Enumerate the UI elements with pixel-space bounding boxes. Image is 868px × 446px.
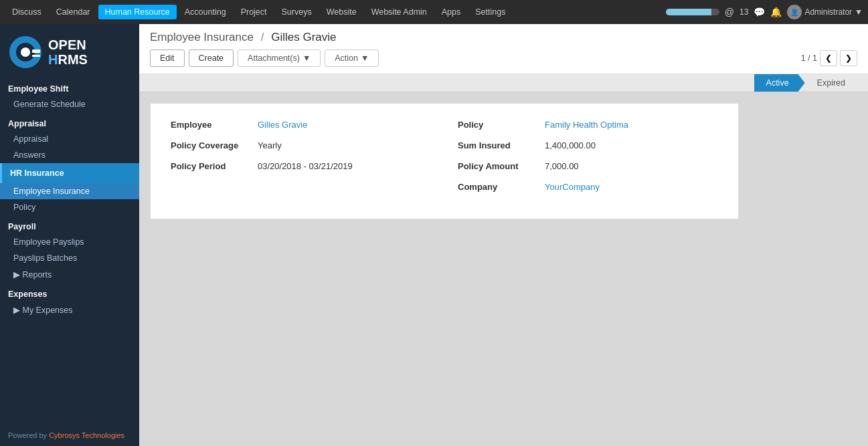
sidebar-footer: Powered by Cybrosys Technologies [0, 425, 139, 446]
attachment-dropdown-icon: ▼ [302, 53, 311, 63]
sidebar-generate-schedule[interactable]: Generate Schedule [0, 96, 139, 112]
logo-hrms: HRMS [48, 52, 88, 67]
action-dropdown-icon: ▼ [361, 53, 369, 63]
nav-accounting[interactable]: Accounting [178, 5, 233, 19]
policy-field: Policy Family Health Optima [458, 120, 718, 130]
svg-point-2 [21, 47, 30, 57]
policy-coverage-value: Yearly [258, 140, 282, 150]
sidebar-policy[interactable]: Policy [0, 199, 139, 215]
status-tabs: Active Expired [139, 74, 868, 92]
company-label: Company [458, 182, 545, 192]
record-fields: Employee Gilles Gravie Policy Coverage Y… [171, 120, 718, 203]
logo-text: OPEN HRMS [48, 37, 88, 67]
sidebar-expenses[interactable]: Expenses [0, 283, 139, 302]
logo-area: OPEN HRMS [0, 24, 139, 78]
prev-page-button[interactable]: ❮ [820, 50, 837, 66]
nav-project[interactable]: Project [234, 5, 274, 19]
nav-website[interactable]: Website [320, 5, 363, 19]
toolbar-buttons: Edit Create Attachment(s) ▼ Action ▼ 1 /… [150, 49, 857, 74]
sidebar-payroll[interactable]: Payroll [0, 215, 139, 234]
policy-label: Policy [458, 120, 545, 130]
admin-menu[interactable]: 👤 Administrator ▼ [787, 5, 863, 19]
bell-icon[interactable]: 🔔 [770, 7, 782, 17]
left-column: Employee Gilles Gravie Policy Coverage Y… [171, 120, 431, 203]
breadcrumb: Employee Insurance / Gilles Gravie [150, 31, 857, 44]
breadcrumb-current: Gilles Gravie [271, 31, 336, 43]
admin-label: Administrator [804, 7, 852, 17]
policy-period-label: Policy Period [171, 161, 258, 171]
sidebar-appraisal-item[interactable]: Appraisal [0, 131, 139, 147]
sidebar-reports[interactable]: ▶ Reports [0, 266, 139, 283]
nav-hr[interactable]: Human Resource [98, 5, 177, 19]
action-button[interactable]: Action ▼ [325, 49, 379, 67]
footer-link[interactable]: Cybrosys Technologies [49, 431, 124, 439]
pagination: 1 / 1 ❮ ❯ [801, 50, 857, 66]
attachment-button[interactable]: Attachment(s) ▼ [238, 49, 321, 67]
policy-value[interactable]: Family Health Optima [545, 120, 628, 130]
sidebar-employee-shift[interactable]: Employee Shift [0, 78, 139, 96]
sum-insured-field: Sum Insured 1,400,000.00 [458, 140, 718, 150]
next-page-button[interactable]: ❯ [840, 50, 857, 66]
at-icon[interactable]: @ [725, 7, 734, 17]
nav-discuss[interactable]: Discuss [5, 5, 48, 19]
toolbar-area: Employee Insurance / Gilles Gravie Edit … [139, 24, 868, 74]
policy-amount-value: 7,000.00 [545, 161, 579, 171]
sidebar-hr-insurance[interactable]: HR Insurance [0, 163, 139, 183]
chat-icon[interactable]: 💬 [754, 7, 765, 17]
status-tab-active[interactable]: Active [754, 74, 805, 92]
policy-coverage-field: Policy Coverage Yearly [171, 140, 431, 150]
nav-surveys[interactable]: Surveys [275, 5, 319, 19]
sidebar: OPEN HRMS Employee Shift Generate Schedu… [0, 24, 139, 446]
nav-website-admin[interactable]: Website Admin [365, 5, 434, 19]
employee-field: Employee Gilles Gravie [171, 120, 431, 130]
reports-expand-icon: ▶ [13, 270, 22, 280]
policy-amount-field: Policy Amount 7,000.00 [458, 161, 718, 171]
company-field: Company YourCompany [458, 182, 718, 192]
sidebar-my-expenses[interactable]: ▶ My Expenses [0, 302, 139, 318]
sidebar-employee-insurance[interactable]: Employee Insurance [0, 183, 139, 199]
sidebar-employee-payslips[interactable]: Employee Payslips [0, 234, 139, 250]
logo-icon [8, 35, 43, 70]
breadcrumb-sep: / [261, 31, 264, 43]
admin-dropdown-icon: ▼ [855, 7, 863, 17]
logo-open: OPEN [48, 37, 88, 52]
company-value[interactable]: YourCompany [545, 182, 600, 192]
sum-insured-label: Sum Insured [458, 140, 545, 150]
employee-label: Employee [171, 120, 258, 130]
nav-settings[interactable]: Settings [468, 5, 512, 19]
topnav-right: @ 13 💬 🔔 👤 Administrator ▼ [666, 5, 863, 19]
progress-fill [666, 9, 711, 15]
svg-rect-3 [32, 49, 40, 53]
right-column: Policy Family Health Optima Sum Insured … [458, 120, 718, 203]
nav-calendar[interactable]: Calendar [50, 5, 97, 19]
topnav: Discuss Calendar Human Resource Accounti… [0, 0, 868, 24]
svg-rect-4 [32, 55, 40, 57]
notif-count: 13 [740, 7, 748, 17]
policy-coverage-label: Policy Coverage [171, 140, 258, 150]
progress-bar [666, 9, 719, 15]
admin-avatar: 👤 [787, 5, 802, 19]
policy-period-value: 03/20/2018 - 03/21/2019 [258, 161, 353, 171]
sidebar-appraisal[interactable]: Appraisal [0, 112, 139, 131]
pagination-text: 1 / 1 [801, 53, 817, 63]
status-tab-expired[interactable]: Expired [805, 74, 857, 92]
record-card: Employee Gilles Gravie Policy Coverage Y… [150, 103, 739, 219]
employee-value[interactable]: Gilles Gravie [258, 120, 307, 130]
edit-button[interactable]: Edit [150, 49, 185, 67]
breadcrumb-parent[interactable]: Employee Insurance [150, 31, 254, 43]
main-content: Employee Insurance / Gilles Gravie Edit … [139, 24, 868, 446]
policy-period-field: Policy Period 03/20/2018 - 03/21/2019 [171, 161, 431, 171]
create-button[interactable]: Create [189, 49, 234, 67]
policy-amount-label: Policy Amount [458, 161, 545, 171]
record-area: Employee Gilles Gravie Policy Coverage Y… [139, 92, 868, 446]
my-expenses-expand-icon: ▶ [13, 306, 22, 315]
sidebar-payslips-batches[interactable]: Payslips Batches [0, 250, 139, 266]
layout: OPEN HRMS Employee Shift Generate Schedu… [0, 24, 868, 446]
sum-insured-value: 1,400,000.00 [545, 140, 596, 150]
sidebar-answers[interactable]: Answers [0, 147, 139, 163]
nav-apps[interactable]: Apps [435, 5, 468, 19]
